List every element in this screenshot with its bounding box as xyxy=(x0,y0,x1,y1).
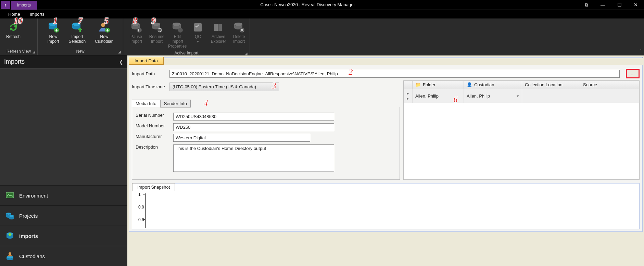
model-label: Model Number xyxy=(136,123,173,128)
archive-icon xyxy=(212,21,225,34)
collapse-left-icon[interactable]: ❮ xyxy=(119,59,123,65)
launcher-icon[interactable]: ◢ xyxy=(118,50,121,54)
browse-button[interactable]: ... xyxy=(626,69,640,78)
imports-icon xyxy=(5,231,14,240)
ytick-1: 1 xyxy=(138,192,141,197)
left-panel-header: Imports ❮ xyxy=(0,55,127,68)
chevron-down-icon[interactable]: ▾ xyxy=(517,93,519,99)
database-edit-icon xyxy=(171,21,184,34)
callout-10: 10 xyxy=(14,16,23,26)
serial-input[interactable] xyxy=(173,113,334,121)
timezone-select[interactable]: (UTC-05:00) Eastern Time (US & Canada) xyxy=(169,83,279,91)
description-label: Description xyxy=(136,144,173,150)
callout-5: 5 xyxy=(104,16,109,26)
svg-point-23 xyxy=(9,252,11,255)
nav-imports[interactable]: Imports xyxy=(0,226,127,246)
cell-custodian[interactable]: Allen, Philip▾ xyxy=(464,89,522,103)
checklist-icon xyxy=(192,21,204,34)
nav-projects-label: Projects xyxy=(19,213,38,219)
media-info-panel: Serial Number Model Number Manufacturer … xyxy=(132,107,400,180)
ytick-06: 0.6 xyxy=(138,217,144,222)
environment-icon xyxy=(5,191,14,200)
nav-custodians[interactable]: Custodians xyxy=(0,246,127,266)
tab-sender-info[interactable]: Sender Info xyxy=(160,100,191,107)
svg-point-12 xyxy=(178,28,183,33)
new-custodian-label: New Custodian xyxy=(92,34,117,44)
launcher-icon[interactable]: ◢ xyxy=(33,50,35,54)
title-tab-imports[interactable]: Imports xyxy=(11,1,37,10)
import-path-input[interactable] xyxy=(169,70,620,78)
ytick-08: 0.8 xyxy=(138,205,144,210)
tab-strip xyxy=(164,57,643,58)
grid-header-collection-location[interactable]: Collection Location xyxy=(522,81,580,89)
resume-import-button: ResumeImport xyxy=(147,20,167,45)
grid-header-folder[interactable]: 📁Folder xyxy=(413,81,464,89)
folder-icon: 📁 xyxy=(415,82,421,87)
projects-icon xyxy=(5,211,14,220)
svg-rect-7 xyxy=(138,29,139,31)
refresh-label: Refresh xyxy=(6,34,21,39)
svg-rect-15 xyxy=(218,24,222,31)
custodians-icon xyxy=(5,252,14,261)
svg-point-6 xyxy=(137,28,142,33)
menu-tab-row: Home Imports xyxy=(0,10,644,18)
svg-point-20 xyxy=(9,215,14,217)
nav-environment[interactable]: Environment xyxy=(0,185,127,205)
database-delete-icon xyxy=(233,21,245,34)
grid-expand-header xyxy=(404,81,413,89)
callout-1: 1 xyxy=(53,16,58,26)
timezone-label: Import Timezone xyxy=(132,84,166,89)
tab-import-snapshot[interactable]: Import Snapshot xyxy=(132,183,175,191)
close-button[interactable]: ✕ xyxy=(628,0,644,10)
model-input[interactable] xyxy=(173,123,334,131)
folder-grid: 📁Folder 👤Custodian Collection Location S… xyxy=(403,80,640,180)
import-snapshot-panel: Import Snapshot 1 0.8 0.6 xyxy=(132,183,640,229)
nav-imports-label: Imports xyxy=(19,233,38,239)
manufacturer-input[interactable] xyxy=(173,134,310,142)
callout-3: 3 xyxy=(272,81,276,91)
svg-point-16 xyxy=(234,23,242,26)
new-import-label: New Import xyxy=(44,34,63,44)
nav-environment-label: Environment xyxy=(19,193,48,199)
grid-header-custodian[interactable]: 👤Custodian xyxy=(464,81,522,89)
app-icon: r xyxy=(1,1,10,9)
svg-point-11 xyxy=(173,23,181,26)
restore-down-icon[interactable]: ⧉ xyxy=(578,0,595,10)
launcher-icon[interactable]: ◢ xyxy=(245,52,248,55)
callout-4: 4 xyxy=(204,98,208,108)
row-expand-icon[interactable]: ▸ ▸ xyxy=(404,89,413,103)
description-input[interactable] xyxy=(173,144,334,172)
svg-rect-8 xyxy=(140,29,140,31)
callout-7: 7 xyxy=(78,16,83,26)
cell-source xyxy=(580,89,639,103)
ribbon-collapse-icon[interactable]: ˄ xyxy=(640,49,642,54)
nav-projects[interactable]: Projects xyxy=(0,205,127,226)
main-panel: Import Data Import Path ... Import Timez… xyxy=(127,55,644,266)
import-selection-button[interactable]: ImportSelection xyxy=(66,20,88,45)
imports-tree[interactable] xyxy=(0,68,127,185)
archive-explorer-button: ArchiveExplorer xyxy=(208,20,229,45)
group-refresh-view: Refresh View◢ xyxy=(0,48,37,55)
tab-media-info[interactable]: Media Info xyxy=(132,100,160,107)
cell-collection-location xyxy=(522,89,580,103)
delete-import-button: DeleteImport xyxy=(229,20,249,45)
menu-tab-imports[interactable]: Imports xyxy=(25,10,49,18)
grid-row[interactable]: ▸ ▸ Allen, Philip Allen, Philip▾ xyxy=(404,89,639,103)
tab-import-data[interactable]: Import Data xyxy=(129,57,164,65)
svg-rect-14 xyxy=(214,24,218,31)
import-selection-label: ImportSelection xyxy=(69,34,86,44)
group-new: New◢ xyxy=(38,48,123,55)
serial-label: Serial Number xyxy=(136,113,173,118)
callout-2: 2 xyxy=(349,67,353,77)
qc-button: QC▾ xyxy=(188,20,208,45)
snapshot-chart: 1 0.8 0.6 xyxy=(132,191,639,229)
grid-header-source[interactable]: Source xyxy=(580,81,639,89)
minimize-button[interactable]: ― xyxy=(595,0,611,10)
maximize-button[interactable]: ☐ xyxy=(611,0,628,10)
ribbon: Refresh Refresh View◢ New Import ImportS… xyxy=(0,18,644,55)
left-panel-title: Imports xyxy=(4,58,25,65)
window-title: Case : Newco2020 : Reveal Discovery Mana… xyxy=(37,0,578,10)
edit-import-button: Edit ImportProperties xyxy=(167,20,188,50)
user-icon: 👤 xyxy=(467,82,472,87)
svg-rect-18 xyxy=(6,192,14,198)
